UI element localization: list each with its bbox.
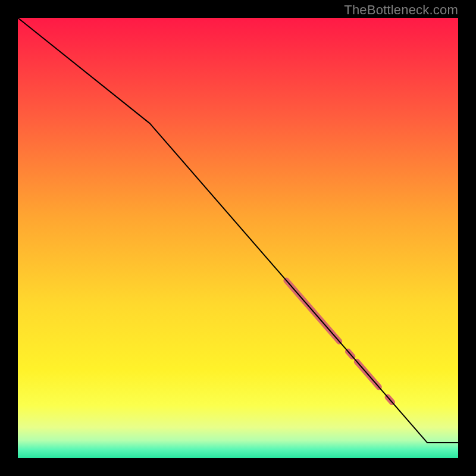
watermark-text: TheBottleneck.com [344, 2, 458, 18]
chart-frame: TheBottleneck.com [0, 0, 476, 476]
chart-overlay [18, 18, 458, 458]
main-curve-line [18, 18, 458, 443]
